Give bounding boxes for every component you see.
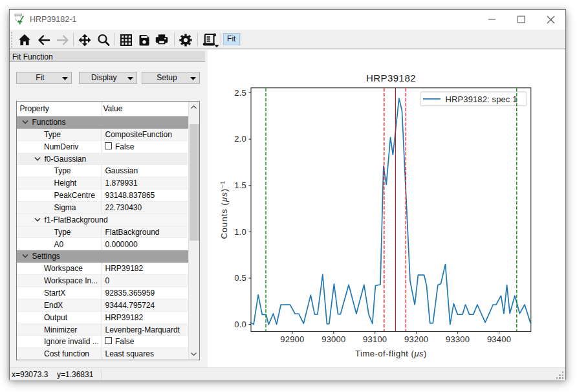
svg-text:93100: 93100 [363, 334, 387, 344]
svg-text:93400: 93400 [486, 334, 510, 344]
svg-text:0.0: 0.0 [234, 320, 246, 329]
svg-text:Counts (μs)−1: Counts (μs)−1 [219, 180, 228, 239]
svg-text:93000: 93000 [321, 334, 345, 344]
svg-text:2.0: 2.0 [234, 134, 246, 144]
svg-text:0.5: 0.5 [234, 273, 246, 283]
svg-text:HRP39182: HRP39182 [366, 72, 416, 83]
svg-text:1.5: 1.5 [234, 180, 246, 190]
svg-text:HRP39182: spec 1: HRP39182: spec 1 [445, 94, 517, 104]
svg-text:93200: 93200 [404, 334, 428, 344]
svg-text:92900: 92900 [280, 334, 304, 344]
svg-text:93300: 93300 [446, 334, 470, 344]
svg-text:2.5: 2.5 [234, 88, 246, 98]
svg-text:1.0: 1.0 [234, 227, 246, 237]
svg-text:Time-of-flight (μs): Time-of-flight (μs) [355, 349, 427, 358]
